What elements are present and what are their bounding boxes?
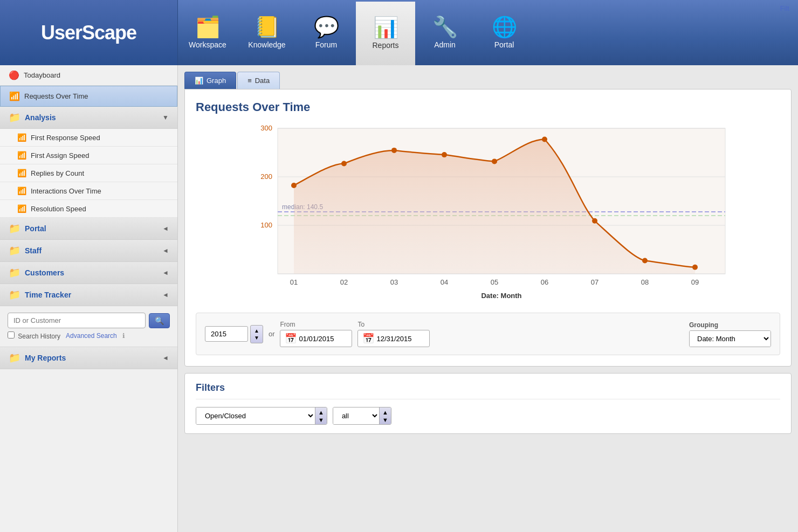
nav-workspace[interactable]: 🗂️ Workspace bbox=[178, 0, 237, 65]
nav-forum-label: Forum bbox=[315, 40, 337, 49]
logo: UserScape bbox=[41, 22, 136, 44]
tab-graph[interactable]: 📊 Graph bbox=[184, 72, 236, 89]
or-label: or bbox=[269, 330, 275, 338]
filter2-stepper[interactable]: ▲ ▼ bbox=[379, 407, 391, 424]
search-history-checkbox-label: Search History bbox=[8, 331, 60, 340]
nav-forum[interactable]: 💬 Forum bbox=[297, 0, 356, 65]
sidebar-section-customers[interactable]: 📁 Customers ◄ bbox=[0, 262, 177, 284]
time-tracker-label: Time Tracker bbox=[25, 291, 71, 299]
first-assign-icon: 📶 bbox=[17, 151, 26, 160]
grouping-label: Grouping bbox=[689, 321, 771, 329]
my-reports-folder-icon: 📁 bbox=[9, 352, 20, 364]
search-history-checkbox[interactable] bbox=[8, 331, 15, 338]
my-reports-arrow-icon: ◄ bbox=[162, 354, 169, 362]
svg-point-14 bbox=[442, 152, 447, 157]
sidebar: 🔴 Todayboard 📶 Requests Over Time 📁 Anal… bbox=[0, 65, 178, 532]
svg-text:100: 100 bbox=[260, 221, 272, 229]
sidebar-item-interactions[interactable]: 📶 Interactions Over Time bbox=[0, 182, 177, 200]
requests-bar-icon: 📶 bbox=[9, 91, 20, 101]
svg-point-12 bbox=[341, 161, 347, 167]
filters-title: Filters bbox=[196, 382, 780, 399]
sidebar-item-first-assign[interactable]: 📶 First Assign Speed bbox=[0, 147, 177, 164]
graph-tab-icon: 📊 bbox=[195, 77, 203, 85]
time-tracker-arrow-icon: ◄ bbox=[162, 291, 169, 299]
grouping-select[interactable]: Date: Month Date: Week Date: Day Date: Y… bbox=[690, 331, 771, 347]
nav-reports-label: Reports bbox=[372, 41, 398, 50]
from-date-group: From 📅 bbox=[280, 321, 352, 347]
todayboard-icon: 🔴 bbox=[9, 70, 19, 80]
sidebar-item-replies[interactable]: 📶 Replies by Count bbox=[0, 164, 177, 182]
to-calendar-icon: 📅 bbox=[362, 333, 374, 344]
grouping-select-wrap: Date: Month Date: Week Date: Day Date: Y… bbox=[689, 330, 771, 347]
nav-reports[interactable]: 📊 Reports bbox=[356, 0, 415, 65]
logo-area: UserScape bbox=[0, 0, 178, 65]
sidebar-section-staff[interactable]: 📁 Staff ◄ bbox=[0, 240, 177, 262]
tabs-bar: 📊 Graph ≡ Data Filt bbox=[184, 72, 792, 89]
sidebar-item-resolution[interactable]: 📶 Resolution Speed bbox=[0, 200, 177, 218]
year-select: ▲ ▼ bbox=[205, 325, 263, 343]
grouping-group: Grouping Date: Month Date: Week Date: Da… bbox=[689, 321, 771, 347]
todayboard-label: Todayboard bbox=[24, 71, 60, 79]
year-input[interactable] bbox=[205, 326, 248, 342]
chart-svg: 300 200 100 median: 140.5 bbox=[196, 123, 780, 306]
first-response-icon: 📶 bbox=[17, 133, 26, 142]
first-response-label: First Response Speed bbox=[31, 134, 100, 142]
nav-items: 🗂️ Workspace 📒 Knowledge 💬 Forum 📊 Repor… bbox=[178, 0, 798, 65]
nav-admin[interactable]: 🔧 Admin bbox=[415, 0, 474, 65]
search-options: Search History Advanced Search ℹ bbox=[8, 331, 170, 340]
advanced-search-link[interactable]: Advanced Search bbox=[66, 332, 117, 340]
sidebar-section-time-tracker[interactable]: 📁 Time Tracker ◄ bbox=[0, 284, 177, 306]
customers-label: Customers bbox=[25, 268, 64, 277]
portal-icon: 🌐 bbox=[492, 17, 517, 37]
from-date-input[interactable] bbox=[299, 335, 347, 343]
requests-label: Requests Over Time bbox=[24, 92, 88, 100]
data-tab-label: Data bbox=[255, 77, 270, 85]
filter1-stepper[interactable]: ▲ ▼ bbox=[315, 407, 327, 424]
svg-text:09: 09 bbox=[691, 278, 699, 286]
sidebar-section-analysis[interactable]: 📁 Analysis ▼ bbox=[0, 107, 177, 129]
staff-arrow-icon: ◄ bbox=[162, 247, 169, 254]
tab-data[interactable]: ≡ Data bbox=[237, 72, 280, 89]
svg-point-16 bbox=[542, 137, 547, 142]
nav-portal[interactable]: 🌐 Portal bbox=[474, 0, 534, 65]
filter2-select[interactable]: all Open Closed bbox=[333, 407, 379, 424]
to-date-group: To 📅 bbox=[357, 321, 430, 347]
svg-text:07: 07 bbox=[591, 278, 598, 286]
sidebar-item-first-response[interactable]: 📶 First Response Speed bbox=[0, 129, 177, 147]
nav-knowledge[interactable]: 📒 Knowledge bbox=[237, 0, 297, 65]
interactions-icon: 📶 bbox=[17, 186, 26, 195]
knowledge-icon: 📒 bbox=[254, 17, 280, 37]
to-date-input[interactable] bbox=[376, 335, 425, 343]
analysis-arrow-icon: ▼ bbox=[162, 114, 169, 121]
filter2-select-wrap: all Open Closed ▲ ▼ bbox=[333, 407, 391, 425]
sidebar-section-portal[interactable]: 📁 Portal ◄ bbox=[0, 218, 177, 240]
from-label: From bbox=[280, 321, 352, 328]
nav-workspace-label: Workspace bbox=[189, 40, 226, 49]
advanced-search-info-icon: ℹ bbox=[122, 332, 125, 340]
filter1-select[interactable]: Open/Closed Open Closed bbox=[196, 407, 315, 424]
filter1-select-wrap: Open/Closed Open Closed ▲ ▼ bbox=[196, 407, 327, 425]
admin-icon: 🔧 bbox=[432, 17, 458, 37]
search-button[interactable]: 🔍 bbox=[149, 313, 170, 328]
svg-text:04: 04 bbox=[441, 278, 448, 286]
year-stepper[interactable]: ▲ ▼ bbox=[250, 325, 263, 343]
svg-text:06: 06 bbox=[541, 278, 548, 286]
svg-point-17 bbox=[592, 218, 597, 224]
svg-point-13 bbox=[391, 148, 397, 153]
top-navigation: UserScape 🗂️ Workspace 📒 Knowledge 💬 For… bbox=[0, 0, 798, 65]
forum-icon: 💬 bbox=[314, 17, 339, 37]
sidebar-item-requests[interactable]: 📶 Requests Over Time bbox=[0, 86, 177, 107]
chart-title: Requests Over Time bbox=[196, 100, 780, 114]
search-input[interactable] bbox=[8, 313, 146, 328]
sidebar-item-todayboard[interactable]: 🔴 Todayboard bbox=[0, 65, 177, 86]
svg-text:200: 200 bbox=[260, 172, 272, 181]
svg-text:03: 03 bbox=[390, 278, 398, 286]
svg-point-19 bbox=[692, 265, 698, 270]
my-reports-label: My Reports bbox=[25, 354, 66, 362]
analysis-folder-icon: 📁 bbox=[9, 112, 20, 123]
sidebar-section-my-reports[interactable]: 📁 My Reports ◄ bbox=[0, 347, 177, 369]
portal-folder-icon: 📁 bbox=[9, 223, 20, 234]
svg-point-18 bbox=[642, 258, 648, 264]
staff-folder-icon: 📁 bbox=[9, 245, 20, 257]
chart-container: 300 200 100 median: 140.5 bbox=[196, 123, 780, 306]
